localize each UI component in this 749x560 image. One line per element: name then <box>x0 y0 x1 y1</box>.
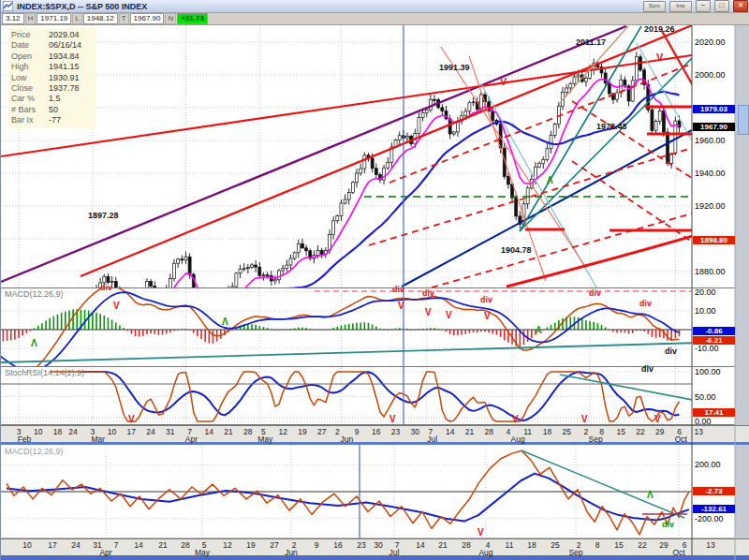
trade-label: T <box>119 13 129 24</box>
quote-low: 1948.12 <box>83 13 118 24</box>
info-row: Date06/16/14 <box>11 40 94 51</box>
info-row: Close1937.78 <box>11 83 94 94</box>
info-value: -77 <box>49 115 61 125</box>
chart-canvas[interactable] <box>1 0 749 560</box>
info-value: 1937.78 <box>49 83 80 94</box>
info-row: Open1934.84 <box>11 52 94 62</box>
stochrsi-pane-label: StochRSI(14,14(2),9) <box>5 368 84 377</box>
quote-change: 3.12 <box>2 13 24 24</box>
macd-pane <box>1 286 699 376</box>
maximize-button[interactable]: □ <box>714 0 729 12</box>
net-label: N <box>165 13 176 24</box>
chart-window: INDEX:$SPX,D -- S&P 500 INDEX Sym Intv −… <box>0 0 749 560</box>
info-value: 50 <box>49 105 58 115</box>
info-value: 1941.15 <box>49 62 80 72</box>
high-label: H <box>25 13 37 24</box>
info-value: 2029.04 <box>49 30 80 40</box>
info-label: Open <box>11 52 49 62</box>
info-row: # Bars50 <box>11 105 94 115</box>
info-row: Car %1.5 <box>11 94 94 104</box>
close-button[interactable]: ✕ <box>733 0 748 12</box>
title-bar: INDEX:$SPX,D -- S&P 500 INDEX Sym Intv −… <box>1 0 749 13</box>
low-label: L <box>72 13 81 24</box>
info-label: High <box>11 62 49 72</box>
quote-net-change: +21.73 <box>177 13 208 24</box>
info-label: Date <box>11 40 49 51</box>
quote-last: 1967.90 <box>130 13 165 24</box>
info-value: 1934.84 <box>49 52 80 62</box>
price-pane <box>1 25 707 505</box>
quote-high: 1971.19 <box>37 13 71 24</box>
macd-pane-label: MACD(12,26,9) <box>5 289 64 299</box>
info-label: Car % <box>11 94 49 104</box>
info-row: Price2029.04 <box>11 30 94 40</box>
info-label: Low <box>11 73 49 83</box>
info-label: Close <box>11 83 49 94</box>
window-title: INDEX:$SPX,D -- S&P 500 INDEX <box>17 2 147 11</box>
info-row: Low1930.91 <box>11 73 94 83</box>
bottom-macd-pane-label: MACD(12,26,9) <box>5 447 64 456</box>
data-window-panel: Price2029.04Date06/16/14Open1934.84High1… <box>8 28 96 128</box>
info-value: 1.5 <box>49 94 61 104</box>
info-label: # Bars <box>11 105 49 115</box>
window-icon <box>3 1 13 11</box>
info-label: Bar Ix <box>11 115 49 125</box>
info-row: High1941.15 <box>11 62 94 72</box>
interval-button[interactable]: Intv <box>669 1 692 12</box>
quote-bar: 3.12 H 1971.19 L 1948.12 T 1967.90 N +21… <box>1 13 749 25</box>
info-value: 1930.91 <box>49 73 80 83</box>
symbol-button[interactable]: Sym <box>643 1 666 12</box>
info-label: Price <box>11 30 49 40</box>
info-row: Bar Ix-77 <box>11 115 94 125</box>
minimize-button[interactable]: − <box>696 0 711 12</box>
info-value: 06/16/14 <box>49 40 81 51</box>
scrollbar-thumb[interactable] <box>738 105 749 135</box>
bottom-macd-pane <box>1 450 692 535</box>
